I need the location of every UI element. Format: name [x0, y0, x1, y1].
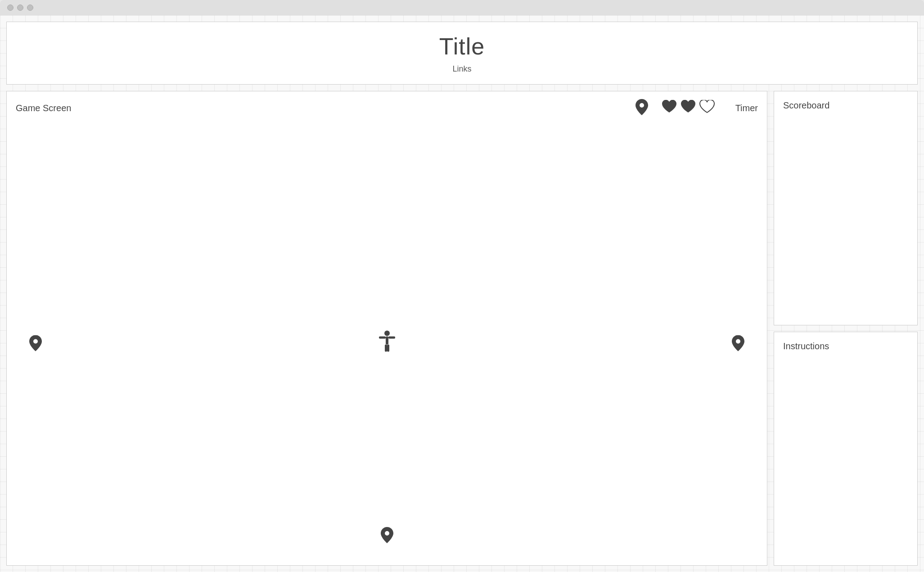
location-pin-top-icon: [636, 99, 648, 117]
heart-outline-icon: [699, 99, 715, 117]
close-button[interactable]: [7, 5, 14, 11]
svg-rect-3: [388, 336, 395, 338]
title-bar: [0, 0, 924, 15]
heart-filled-1-icon: [662, 99, 677, 117]
player-icon: [377, 330, 397, 360]
location-pin-bottom-icon: [381, 527, 393, 547]
links-label[interactable]: Links: [452, 64, 471, 74]
game-screen-body[interactable]: [7, 125, 767, 565]
traffic-lights: [7, 5, 33, 11]
svg-rect-5: [387, 344, 389, 351]
scoreboard-panel: Scoreboard: [774, 91, 918, 325]
instructions-label: Instructions: [783, 341, 829, 351]
app-window: Title Links Game Screen: [0, 0, 924, 572]
hearts-area: [662, 99, 715, 117]
page-title: Title: [439, 33, 485, 60]
header-section: Title Links: [6, 22, 918, 85]
window-content: Title Links Game Screen: [0, 15, 924, 572]
game-screen-panel: Game Screen: [6, 91, 767, 566]
svg-rect-4: [385, 344, 387, 351]
scoreboard-label: Scoreboard: [783, 100, 829, 110]
minimize-button[interactable]: [17, 5, 23, 11]
maximize-button[interactable]: [27, 5, 33, 11]
side-panels: Scoreboard Instructions: [774, 91, 918, 566]
svg-rect-1: [386, 336, 388, 344]
svg-rect-2: [379, 336, 386, 338]
svg-point-0: [384, 330, 390, 336]
main-area: Game Screen: [0, 85, 924, 572]
heart-filled-2-icon: [681, 99, 696, 117]
game-screen-label: Game Screen: [16, 103, 71, 113]
game-screen-top-icons: Timer: [636, 99, 758, 117]
instructions-panel: Instructions: [774, 332, 918, 566]
timer-label: Timer: [735, 103, 758, 113]
game-screen-header: Game Screen: [7, 91, 767, 125]
location-pin-right-icon: [732, 335, 744, 355]
location-pin-left-icon: [29, 335, 42, 355]
